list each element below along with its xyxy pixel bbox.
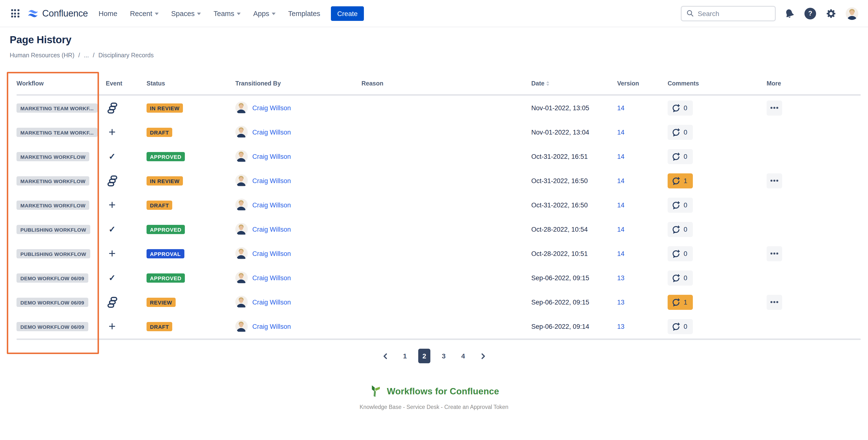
breadcrumb-space-link[interactable]: Human Resources (HR) bbox=[10, 52, 74, 59]
version-link[interactable]: 14 bbox=[617, 128, 624, 136]
workflow-tag[interactable]: DEMO WORKFLOW 06/09 bbox=[17, 297, 88, 307]
user-avatar bbox=[235, 174, 248, 187]
workflow-tag[interactable]: MARKETING TEAM WORKF... bbox=[17, 127, 97, 137]
workflow-tag[interactable]: MARKETING TEAM WORKF... bbox=[17, 103, 97, 112]
version-link[interactable]: 14 bbox=[617, 177, 624, 184]
table-row: PUBLISHING WORKFLOW ✓ APPROVED Craig Wil… bbox=[17, 217, 861, 241]
more-button[interactable] bbox=[767, 100, 782, 115]
user-link[interactable]: Craig Willson bbox=[252, 104, 291, 112]
version-link[interactable]: 14 bbox=[617, 153, 624, 160]
version-link[interactable]: 14 bbox=[617, 226, 624, 233]
page-number-2-active[interactable]: 2 bbox=[418, 349, 430, 363]
add-comment-icon bbox=[672, 250, 680, 258]
user-link[interactable]: Craig Willson bbox=[252, 323, 291, 330]
user-avatar[interactable] bbox=[845, 6, 859, 21]
footer-link-knowledge-base[interactable]: Knowledge Base bbox=[360, 404, 402, 410]
footer-title: Workflows for Confluence bbox=[387, 386, 499, 397]
app-switcher-grid-icon[interactable] bbox=[8, 6, 22, 21]
user-link[interactable]: Craig Willson bbox=[252, 250, 291, 257]
more-button[interactable] bbox=[767, 246, 782, 261]
confluence-logo[interactable]: Confluence bbox=[27, 7, 88, 19]
nav-item-teams[interactable]: Teams bbox=[214, 9, 240, 17]
table-row: MARKETING WORKFLOW + DRAFT Craig Willson… bbox=[17, 193, 861, 217]
breadcrumb-page-link[interactable]: Disciplinary Records bbox=[98, 52, 154, 59]
user-avatar bbox=[235, 101, 248, 114]
comments-button[interactable]: 0 bbox=[668, 149, 692, 164]
col-header-event: Event bbox=[102, 80, 147, 87]
navbar-right: ? bbox=[681, 6, 859, 21]
page-number-4[interactable]: 4 bbox=[457, 349, 469, 363]
add-comment-icon bbox=[672, 104, 680, 112]
search-input[interactable] bbox=[698, 9, 766, 17]
nav-item-templates[interactable]: Templates bbox=[288, 9, 320, 17]
user-link[interactable]: Craig Willson bbox=[252, 226, 291, 233]
date-text: Nov-01-2022, 13:04 bbox=[531, 128, 617, 136]
nav-item-recent[interactable]: Recent bbox=[130, 9, 159, 17]
user-link[interactable]: Craig Willson bbox=[252, 298, 291, 306]
workflow-tag[interactable]: MARKETING WORKFLOW bbox=[17, 176, 90, 185]
search-box[interactable] bbox=[681, 6, 776, 21]
check-icon: ✓ bbox=[106, 224, 118, 234]
comments-button[interactable]: 0 bbox=[668, 319, 692, 334]
col-header-workflow: Workflow bbox=[17, 80, 102, 87]
footer-link-service-desk[interactable]: Service Desk bbox=[406, 404, 439, 410]
more-button[interactable] bbox=[767, 173, 782, 188]
user-avatar bbox=[235, 126, 248, 139]
version-link[interactable]: 14 bbox=[617, 104, 624, 112]
top-navbar: Confluence Home Recent Spaces Teams Apps… bbox=[0, 0, 868, 27]
workflow-transition-icon bbox=[106, 175, 118, 186]
workflow-tag[interactable]: MARKETING WORKFLOW bbox=[17, 200, 90, 210]
col-header-reason: Reason bbox=[362, 80, 531, 87]
user-link[interactable]: Craig Willson bbox=[252, 201, 291, 209]
nav-item-apps[interactable]: Apps bbox=[253, 9, 276, 17]
nav-item-home[interactable]: Home bbox=[98, 9, 117, 17]
version-link[interactable]: 14 bbox=[617, 201, 624, 209]
col-header-date[interactable]: Date bbox=[531, 80, 617, 87]
table-row: DEMO WORKFLOW 06/09 + DRAFT Craig Willso… bbox=[17, 314, 861, 339]
add-comment-icon bbox=[672, 322, 680, 330]
notifications-bell-icon[interactable] bbox=[782, 6, 797, 21]
breadcrumb-ellipsis-link[interactable]: ... bbox=[84, 52, 89, 59]
user-link[interactable]: Craig Willson bbox=[252, 274, 291, 282]
date-text: Nov-01-2022, 13:05 bbox=[531, 104, 617, 112]
confluence-logo-icon bbox=[27, 7, 39, 19]
version-link[interactable]: 14 bbox=[617, 250, 624, 257]
next-page-chevron-icon[interactable] bbox=[476, 349, 489, 363]
comments-button[interactable]: 1 bbox=[668, 173, 692, 188]
page-number-3[interactable]: 3 bbox=[438, 349, 450, 363]
date-text: Oct-31-2022, 16:51 bbox=[531, 153, 617, 160]
page-number-1[interactable]: 1 bbox=[399, 349, 411, 363]
comments-button[interactable]: 0 bbox=[668, 222, 692, 237]
user-link[interactable]: Craig Willson bbox=[252, 153, 291, 160]
workflow-tag[interactable]: PUBLISHING WORKFLOW bbox=[17, 249, 90, 258]
user-avatar bbox=[235, 247, 248, 260]
more-button[interactable] bbox=[767, 295, 782, 310]
comments-button[interactable]: 0 bbox=[668, 100, 692, 115]
comment-count: 0 bbox=[684, 323, 687, 330]
comments-button[interactable]: 0 bbox=[668, 124, 692, 140]
user-avatar bbox=[235, 223, 248, 236]
plus-icon: + bbox=[106, 201, 118, 209]
workflow-tag[interactable]: DEMO WORKFLOW 06/09 bbox=[17, 322, 88, 331]
table-bottom-divider bbox=[17, 339, 861, 340]
version-link[interactable]: 13 bbox=[617, 323, 624, 330]
check-icon: ✓ bbox=[106, 273, 118, 283]
create-button[interactable]: Create bbox=[331, 6, 364, 21]
nav-item-spaces[interactable]: Spaces bbox=[171, 9, 201, 17]
user-link[interactable]: Craig Willson bbox=[252, 128, 291, 136]
comments-button[interactable]: 0 bbox=[668, 198, 692, 212]
sort-icon bbox=[546, 81, 549, 86]
comments-button[interactable]: 1 bbox=[668, 295, 692, 310]
comments-button[interactable]: 0 bbox=[668, 270, 692, 285]
version-link[interactable]: 13 bbox=[617, 298, 624, 306]
comments-button[interactable]: 0 bbox=[668, 246, 692, 261]
footer-link-create-approval-token[interactable]: Create an Approval Token bbox=[444, 404, 508, 410]
version-link[interactable]: 13 bbox=[617, 274, 624, 282]
help-icon[interactable]: ? bbox=[803, 6, 817, 21]
workflow-tag[interactable]: DEMO WORKFLOW 06/09 bbox=[17, 273, 88, 283]
user-link[interactable]: Craig Willson bbox=[252, 177, 291, 184]
workflow-tag[interactable]: MARKETING WORKFLOW bbox=[17, 152, 90, 161]
previous-page-chevron-icon[interactable] bbox=[379, 349, 392, 363]
workflow-tag[interactable]: PUBLISHING WORKFLOW bbox=[17, 225, 90, 234]
settings-gear-icon[interactable] bbox=[824, 6, 838, 21]
